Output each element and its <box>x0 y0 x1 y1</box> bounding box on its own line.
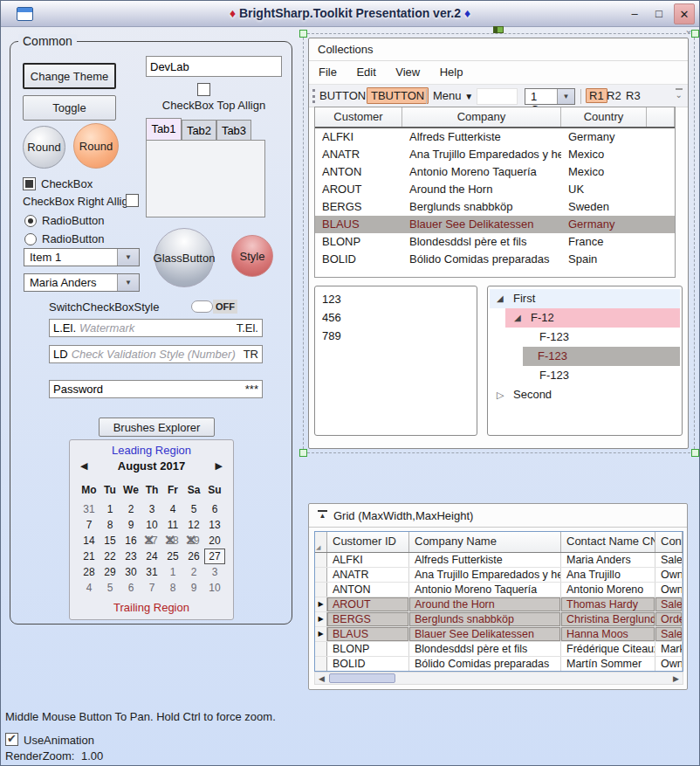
use-animation-checkbox[interactable]: ✔ <box>5 733 18 746</box>
calendar-day[interactable]: 12 <box>183 517 204 533</box>
menu-help[interactable]: Help <box>432 61 471 84</box>
row-header[interactable] <box>315 553 327 567</box>
switch-toggle[interactable] <box>191 300 213 313</box>
toolbar-overflow-icon[interactable]: ⌄ <box>676 88 683 100</box>
toolbar-button[interactable]: BUTTON <box>319 89 366 102</box>
calendar-day[interactable]: 31 <box>79 501 100 517</box>
horizontal-scrollbar[interactable]: ◀ ▶ <box>314 672 683 685</box>
calendar-day[interactable]: 28 <box>79 564 100 580</box>
toolbar-radio-r1[interactable]: R1 <box>586 88 607 103</box>
round-gray-button[interactable]: Round <box>23 126 65 169</box>
calendar-day[interactable]: 25 <box>162 549 183 564</box>
toolbar-toggle-button[interactable]: TBUTTON <box>367 87 429 104</box>
calendar-day[interactable]: 9 <box>120 517 141 533</box>
calendar-day[interactable]: 5 <box>183 501 204 517</box>
customer-combobox[interactable]: Maria Anders ▼ <box>24 273 140 292</box>
calendar-day[interactable]: 7 <box>79 517 100 533</box>
table-row[interactable]: BOLID Bólido Comidas preparadas Spain <box>315 251 675 268</box>
chevron-down-icon[interactable]: ⌄ <box>684 24 693 36</box>
tree-item-f123-selected[interactable]: F-123 <box>523 347 680 366</box>
calendar-day[interactable]: 16 <box>120 533 141 549</box>
calendar-day[interactable]: 23 <box>120 549 141 564</box>
calendar-day[interactable]: 31 <box>141 564 162 580</box>
checkbox-checked[interactable] <box>23 177 36 190</box>
column-header[interactable]: Company <box>402 107 561 127</box>
scrollbar-thumb[interactable] <box>329 673 395 683</box>
calendar-day[interactable]: 15 <box>100 533 120 549</box>
calendar-day[interactable]: 22 <box>100 549 120 564</box>
tree-item-first[interactable]: ◢ First <box>490 289 680 308</box>
calendar-day[interactable]: 7 <box>141 580 162 596</box>
toolbar-grip[interactable] <box>312 89 315 103</box>
toggle-button[interactable]: Toggle <box>23 95 116 121</box>
maximize-button[interactable]: □ <box>649 3 669 24</box>
toolbar-combobox[interactable]: 1 Com ▼ <box>525 88 575 105</box>
row-header[interactable] <box>315 583 327 597</box>
tab-tab2[interactable]: Tab2 <box>182 120 216 141</box>
menu-view[interactable]: View <box>388 61 428 84</box>
collapsed-arrow-icon[interactable]: ▷ <box>497 385 504 404</box>
tree-item-f123[interactable]: F-123 <box>490 328 680 347</box>
round-orange-button[interactable]: Round <box>73 123 119 169</box>
tab-tab3[interactable]: Tab3 <box>216 120 251 141</box>
table-row-selected[interactable]: BLAUS Blauer See Delikatessen Germany <box>315 216 675 233</box>
expanded-arrow-icon[interactable]: ◢ <box>497 289 504 308</box>
column-header[interactable]: Country <box>561 107 647 127</box>
toolbar-textbox[interactable] <box>477 88 518 105</box>
column-header[interactable]: Customer ID <box>327 532 409 552</box>
row-header-marker[interactable]: ▶ <box>315 627 327 641</box>
list-item[interactable]: 456 <box>315 308 477 327</box>
calendar-day[interactable]: 11 <box>162 517 183 533</box>
tree-item-second[interactable]: ▷ Second <box>490 385 680 404</box>
calendar-day[interactable]: 2 <box>120 501 141 517</box>
close-button[interactable]: ✕ <box>674 3 695 24</box>
list-item[interactable]: 123 <box>315 286 477 308</box>
menu-edit[interactable]: Edit <box>348 61 383 84</box>
calendar-day[interactable]: 13 <box>204 517 225 533</box>
watermark-field[interactable]: L.El. Watermark T.El. <box>49 319 263 337</box>
table-row[interactable]: ANATR Ana Trujillo Emparedados y hela Me… <box>315 146 675 163</box>
scroll-right-icon[interactable]: ▶ <box>673 673 679 685</box>
title-bar[interactable]: ♦ BrightSharp.Toolkit Presentation ver.2… <box>1 1 699 27</box>
tree-item-f123[interactable]: F-123 <box>490 366 680 385</box>
chevron-down-icon[interactable]: ▼ <box>117 274 139 291</box>
table-row-selected[interactable]: ▶ AROUT Around the Horn Thomas Hardy Sal… <box>315 597 683 612</box>
row-header[interactable] <box>315 642 327 656</box>
table-row[interactable]: ANTON Antonio Moreno Taquería Antonio Mo… <box>315 583 683 597</box>
calendar-day[interactable]: 5 <box>100 580 120 596</box>
devlab-textbox[interactable]: DevLab <box>146 56 282 77</box>
calendar-day[interactable]: 20 <box>204 533 225 549</box>
menu-file[interactable]: File <box>311 61 345 84</box>
row-header-marker[interactable]: ▶ <box>315 612 327 626</box>
calendar-day[interactable]: 30 <box>120 564 141 580</box>
calendar-day[interactable]: 4 <box>162 501 183 517</box>
calendar-day[interactable]: 1 <box>162 564 183 580</box>
calendar-day[interactable]: 3 <box>204 564 225 580</box>
change-theme-button[interactable]: Change Theme <box>23 63 116 89</box>
tab-tab1[interactable]: Tab1 <box>146 118 182 141</box>
calendar-day[interactable]: 6 <box>204 501 225 517</box>
calendar-day[interactable]: 3 <box>141 501 162 517</box>
table-row[interactable]: AROUT Around the Horn UK <box>315 181 675 198</box>
calendar-day[interactable]: 4 <box>79 580 100 596</box>
calendar-day[interactable]: 9 <box>183 580 204 596</box>
table-row[interactable]: BERGS Berglunds snabbköp Sweden <box>315 198 675 216</box>
chevron-down-icon[interactable]: ▼ <box>117 249 139 266</box>
table-row[interactable]: ANTON Antonio Moreno Taquería Mexico <box>315 163 675 181</box>
calendar-day[interactable]: 2 <box>183 564 204 580</box>
table-row[interactable]: BOLID Bólido Comidas preparadas Martín S… <box>315 657 683 672</box>
checkbox-right-align[interactable] <box>126 194 139 207</box>
table-row[interactable]: ANATR Ana Trujillo Emparedados y helados… <box>315 568 683 583</box>
glass-button[interactable]: GlassButton <box>154 228 214 287</box>
brushes-explorer-button[interactable]: Brushes Explorer <box>99 418 215 437</box>
toolbar-radio-r3[interactable]: R3 <box>626 89 641 102</box>
calendar-day-selected[interactable]: 27 <box>204 549 225 564</box>
row-header-marker[interactable]: ▶ <box>315 597 327 611</box>
calendar-day[interactable]: 1 <box>100 501 120 517</box>
calendar-day[interactable]: 8 <box>100 517 120 533</box>
calendar-day[interactable]: 10 <box>204 580 225 596</box>
table-row[interactable]: BLONP Blondesddsl père et fils Frédériqu… <box>315 642 683 657</box>
list-item[interactable]: 789 <box>315 327 477 345</box>
calendar-month-label[interactable]: August 2017 <box>70 459 233 473</box>
style-button[interactable]: Style <box>231 235 273 277</box>
